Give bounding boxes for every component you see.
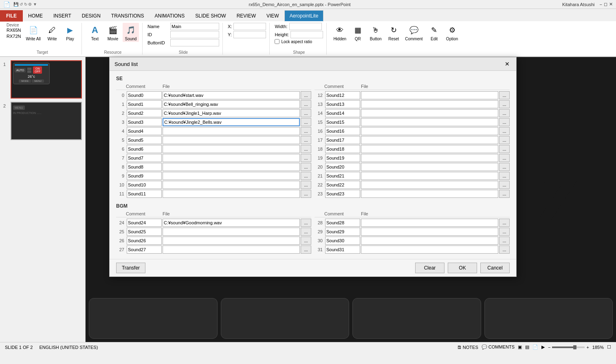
sound-button[interactable]: 🎵 Sound bbox=[123, 23, 139, 42]
browse-btn-2[interactable]: ... bbox=[301, 109, 311, 117]
sound-comment-23[interactable] bbox=[325, 190, 360, 198]
transfer-button[interactable]: Transfer bbox=[116, 263, 145, 273]
sound-comment-24[interactable] bbox=[127, 219, 162, 227]
slide-thumbnail-2[interactable]: MENU IN PRODUCTION ...... bbox=[11, 102, 82, 140]
x-input[interactable] bbox=[233, 23, 266, 30]
sound-comment-1[interactable] bbox=[127, 100, 162, 108]
browse-btn-15[interactable]: ... bbox=[499, 118, 510, 126]
sound-file-0[interactable] bbox=[163, 91, 300, 99]
sound-file-28[interactable] bbox=[361, 219, 498, 227]
button-id-input[interactable] bbox=[170, 39, 219, 46]
sound-file-4[interactable] bbox=[163, 127, 300, 135]
sound-comment-5[interactable] bbox=[127, 136, 162, 144]
edit-button[interactable]: ✎ Edit bbox=[426, 23, 442, 42]
tab-review[interactable]: REVIEW bbox=[231, 10, 261, 22]
slide-thumb-1[interactable]: 1 AUTO ONOFF 26°c bbox=[3, 60, 82, 99]
dialog-close-button[interactable]: ✕ bbox=[503, 60, 511, 68]
option-button[interactable]: ⚙ Option bbox=[444, 23, 460, 42]
button-button[interactable]: 🖰 Button bbox=[367, 23, 384, 42]
sound-file-30[interactable] bbox=[361, 237, 498, 245]
sound-file-31[interactable] bbox=[361, 246, 498, 254]
sound-file-21[interactable] bbox=[361, 172, 498, 180]
sound-comment-16[interactable] bbox=[325, 127, 360, 135]
sound-file-1[interactable] bbox=[163, 100, 300, 108]
sound-comment-12[interactable] bbox=[325, 91, 360, 99]
browse-btn-31[interactable]: ... bbox=[499, 246, 510, 254]
sound-comment-8[interactable] bbox=[127, 163, 162, 171]
sound-comment-0[interactable] bbox=[127, 91, 162, 99]
sound-comment-6[interactable] bbox=[127, 145, 162, 153]
zoom-slider[interactable]: − + bbox=[548, 345, 589, 350]
sound-comment-31[interactable] bbox=[325, 246, 360, 254]
text-button[interactable]: A Text bbox=[87, 23, 103, 42]
sound-file-15[interactable] bbox=[361, 118, 498, 126]
browse-btn-25[interactable]: ... bbox=[301, 228, 311, 236]
qr-button[interactable]: ▦ QR bbox=[350, 23, 366, 42]
write-all-button[interactable]: 📄 Write All bbox=[24, 23, 42, 42]
sound-comment-2[interactable] bbox=[127, 109, 162, 117]
browse-btn-0[interactable]: ... bbox=[301, 91, 311, 99]
browse-btn-9[interactable]: ... bbox=[301, 172, 311, 180]
browse-btn-4[interactable]: ... bbox=[301, 127, 311, 135]
view-normal[interactable]: ▣ bbox=[518, 344, 522, 350]
id-input[interactable] bbox=[170, 31, 219, 38]
tab-aeropointlite[interactable]: AeropointLite bbox=[284, 10, 324, 22]
browse-btn-30[interactable]: ... bbox=[499, 237, 510, 245]
view-reading[interactable]: 📄 bbox=[532, 344, 538, 350]
browse-btn-17[interactable]: ... bbox=[499, 136, 510, 144]
sound-comment-26[interactable] bbox=[127, 237, 162, 245]
tab-animations[interactable]: ANIMATIONS bbox=[149, 10, 190, 22]
view-fullscreen[interactable]: ▶ bbox=[541, 344, 545, 350]
sound-file-27[interactable] bbox=[163, 246, 300, 254]
lock-aspect-checkbox[interactable] bbox=[275, 39, 279, 44]
notes-button[interactable]: 🖺 NOTES bbox=[457, 345, 478, 350]
sound-file-16[interactable] bbox=[361, 127, 498, 135]
sound-file-22[interactable] bbox=[361, 181, 498, 189]
sound-comment-19[interactable] bbox=[325, 154, 360, 162]
tab-file[interactable]: FILE bbox=[0, 10, 23, 22]
width-input[interactable] bbox=[289, 23, 322, 30]
ok-button[interactable]: OK bbox=[448, 263, 477, 273]
browse-btn-19[interactable]: ... bbox=[499, 154, 510, 162]
sound-comment-3[interactable] bbox=[127, 118, 162, 126]
reset-button[interactable]: ↻ Reset bbox=[385, 23, 402, 42]
browse-btn-29[interactable]: ... bbox=[499, 228, 510, 236]
browse-btn-3[interactable]: ... bbox=[301, 118, 311, 126]
sound-file-18[interactable] bbox=[361, 145, 498, 153]
sound-comment-11[interactable] bbox=[127, 190, 162, 198]
sound-file-19[interactable] bbox=[361, 154, 498, 162]
hidden-button[interactable]: 👁 Hidden bbox=[332, 23, 348, 42]
sound-file-12[interactable] bbox=[361, 91, 498, 99]
browse-btn-6[interactable]: ... bbox=[301, 145, 311, 153]
browse-btn-16[interactable]: ... bbox=[499, 127, 510, 135]
browse-btn-5[interactable]: ... bbox=[301, 136, 311, 144]
comment-button[interactable]: 💬 Comment bbox=[403, 23, 424, 42]
sound-file-8[interactable] bbox=[163, 163, 300, 171]
browse-btn-24[interactable]: ... bbox=[301, 219, 311, 227]
sound-file-5[interactable] bbox=[163, 136, 300, 144]
sound-comment-4[interactable] bbox=[127, 127, 162, 135]
write-button[interactable]: 🖊 Write bbox=[44, 23, 60, 42]
sound-comment-17[interactable] bbox=[325, 136, 360, 144]
sound-comment-15[interactable] bbox=[325, 118, 360, 126]
tab-slideshow[interactable]: SLIDE SHOW bbox=[190, 10, 231, 22]
sound-comment-13[interactable] bbox=[325, 100, 360, 108]
cancel-button[interactable]: Cancel bbox=[480, 263, 510, 273]
sound-comment-21[interactable] bbox=[325, 172, 360, 180]
sound-file-10[interactable] bbox=[163, 181, 300, 189]
browse-btn-12[interactable]: ... bbox=[499, 91, 510, 99]
y-input[interactable] bbox=[233, 31, 266, 38]
sound-comment-10[interactable] bbox=[127, 181, 162, 189]
sound-comment-22[interactable] bbox=[325, 181, 360, 189]
sound-file-17[interactable] bbox=[361, 136, 498, 144]
browse-btn-26[interactable]: ... bbox=[301, 237, 311, 245]
browse-btn-14[interactable]: ... bbox=[499, 109, 510, 117]
browse-btn-11[interactable]: ... bbox=[301, 190, 311, 198]
height-input[interactable] bbox=[290, 31, 323, 38]
sound-file-3[interactable] bbox=[163, 118, 300, 126]
sound-comment-25[interactable] bbox=[127, 228, 162, 236]
sound-comment-27[interactable] bbox=[127, 246, 162, 254]
sound-file-25[interactable] bbox=[163, 228, 300, 236]
sound-file-20[interactable] bbox=[361, 163, 498, 171]
tab-insert[interactable]: INSERT bbox=[48, 10, 77, 22]
